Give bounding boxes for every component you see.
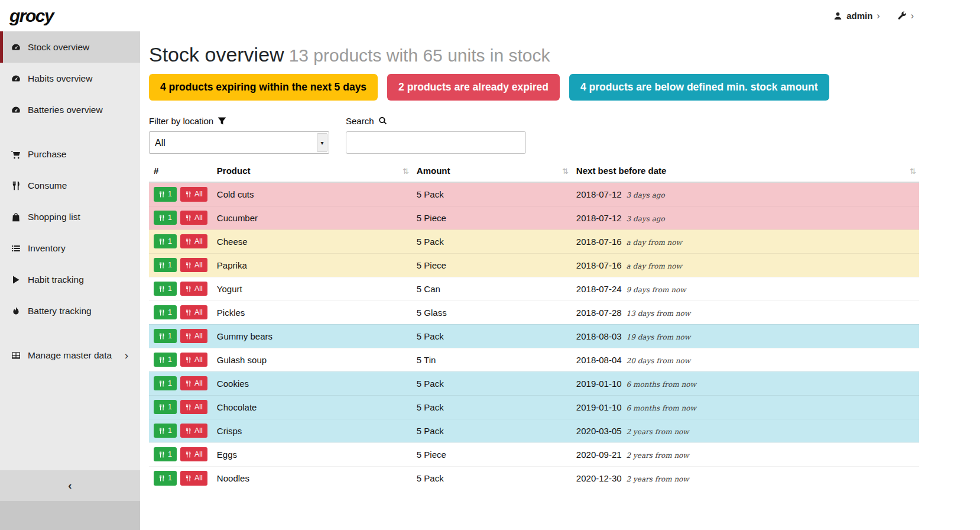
best-before-date: 2018-07-12: [576, 213, 622, 223]
location-select[interactable]: All: [150, 132, 329, 153]
sidebar-item-habit-tracking[interactable]: Habit tracking: [0, 264, 140, 295]
consume-one-button[interactable]: 1: [154, 424, 177, 438]
product-amount: 5 Piece: [412, 206, 572, 230]
search-input[interactable]: [346, 131, 526, 154]
column-header-best-before[interactable]: Next best before date ⇅: [572, 161, 919, 182]
best-before-note: 2 years from now: [627, 475, 689, 483]
consume-one-button[interactable]: 1: [154, 329, 177, 344]
sidebar-item-inventory[interactable]: Inventory: [0, 232, 140, 264]
consume-one-button[interactable]: 1: [154, 305, 177, 320]
status-badge-info[interactable]: 4 products are below defined min. stock …: [569, 74, 829, 101]
consume-one-button[interactable]: 1: [154, 234, 177, 249]
sidebar-item-manage-master-data[interactable]: Manage master data›: [0, 340, 140, 371]
consume-one-button[interactable]: 1: [154, 447, 177, 462]
row-button-label: All: [194, 474, 203, 482]
person-icon: [833, 11, 842, 20]
product-amount: 5 Tin: [412, 348, 572, 371]
best-before-note: 9 days from now: [627, 286, 686, 294]
user-menu[interactable]: admin ›: [833, 11, 880, 21]
sidebar-item-purchase[interactable]: Purchase: [0, 138, 140, 170]
consume-one-button[interactable]: 1: [154, 282, 177, 296]
search-icon: [378, 117, 387, 125]
consume-all-button[interactable]: All: [180, 400, 207, 415]
consume-all-button[interactable]: All: [180, 234, 207, 249]
sidebar-item-stock-overview[interactable]: Stock overview: [0, 31, 140, 63]
sidebar-item-habits-overview[interactable]: Habits overview: [0, 63, 140, 94]
sidebar-collapse-button[interactable]: ‹: [0, 470, 140, 501]
consume-one-button[interactable]: 1: [154, 187, 177, 202]
utensils-icon: [185, 380, 192, 387]
table-row: 1AllPaprika5 Piece2018-07-16a day from n…: [149, 253, 919, 277]
row-actions: 1All: [154, 471, 207, 486]
bag-icon: [10, 212, 21, 222]
column-header-amount[interactable]: Amount ⇅: [412, 161, 572, 182]
consume-all-button[interactable]: All: [180, 471, 207, 486]
best-before-note: 3 days ago: [627, 215, 665, 223]
utensils-icon: [185, 309, 192, 316]
product-amount: 5 Can: [412, 277, 572, 300]
consume-one-button[interactable]: 1: [154, 353, 177, 367]
product-amount: 5 Piece: [412, 442, 572, 466]
sort-icon[interactable]: ⇅: [910, 167, 916, 176]
consume-all-button[interactable]: All: [180, 211, 207, 225]
row-actions: 1All: [154, 447, 207, 462]
column-header-product[interactable]: Product ⇅: [212, 161, 412, 182]
consume-one-button[interactable]: 1: [154, 471, 177, 486]
consume-all-button[interactable]: All: [180, 329, 207, 344]
status-badge-warning[interactable]: 4 products expiring within the next 5 da…: [149, 74, 378, 101]
row-button-label: 1: [168, 474, 172, 482]
consume-one-button[interactable]: 1: [154, 211, 177, 225]
product-name: Pickles: [212, 300, 412, 324]
sort-icon[interactable]: ⇅: [562, 167, 569, 176]
table-row: 1AllCucumber5 Piece2018-07-123 days ago: [149, 206, 919, 230]
sidebar-item-consume[interactable]: Consume: [0, 170, 140, 201]
main-content: Stock overview13 products with 65 units …: [140, 31, 980, 530]
best-before-cell: 2019-01-106 months from now: [572, 395, 919, 419]
sidebar-item-battery-tracking[interactable]: Battery tracking: [0, 295, 140, 327]
product-name: Noodles: [212, 466, 412, 490]
top-header: grocy admin › ›: [0, 0, 980, 31]
utensils-icon: [185, 191, 192, 198]
consume-all-button[interactable]: All: [180, 424, 207, 438]
sidebar-spacer: [0, 327, 140, 340]
row-button-label: All: [194, 238, 203, 245]
product-amount: 5 Glass: [412, 300, 572, 324]
flame-icon: [10, 306, 21, 316]
best-before-note: 6 months from now: [627, 380, 696, 389]
table-row: 1AllCrisps5 Pack2020-03-052 years from n…: [149, 419, 919, 442]
row-button-label: 1: [168, 356, 172, 364]
consume-one-button[interactable]: 1: [154, 376, 177, 391]
column-header-number-text: #: [154, 166, 158, 176]
best-before-date: 2019-01-10: [576, 402, 622, 412]
consume-one-button[interactable]: 1: [154, 400, 177, 415]
status-badge-danger[interactable]: 2 products are already expired: [387, 74, 560, 101]
consume-all-button[interactable]: All: [180, 305, 207, 320]
consume-all-button[interactable]: All: [180, 187, 207, 202]
consume-all-button[interactable]: All: [180, 353, 207, 367]
consume-all-button[interactable]: All: [180, 447, 207, 462]
search-group: Search: [346, 116, 526, 154]
sort-icon[interactable]: ⇅: [403, 167, 409, 176]
product-name: Yogurt: [212, 277, 412, 300]
product-name: Cheese: [212, 230, 412, 253]
consume-all-button[interactable]: All: [180, 282, 207, 296]
sidebar-item-label: Inventory: [28, 243, 66, 254]
search-label-text: Search: [346, 116, 374, 126]
location-select-wrap: All: [149, 131, 329, 154]
user-name: admin: [846, 11, 872, 21]
best-before-date: 2018-07-24: [576, 284, 622, 294]
consume-all-button[interactable]: All: [180, 258, 207, 273]
filter-icon: [218, 117, 226, 125]
product-name: Gulash soup: [212, 348, 412, 371]
consume-all-button[interactable]: All: [180, 376, 207, 391]
sidebar-item-label: Habits overview: [28, 73, 92, 84]
sidebar-item-batteries-overview[interactable]: Batteries overview: [0, 94, 140, 125]
sidebar-item-shopping-list[interactable]: Shopping list: [0, 201, 140, 232]
consume-one-button[interactable]: 1: [154, 258, 177, 273]
best-before-cell: 2018-08-0420 days from now: [572, 348, 919, 371]
product-name: Gummy bears: [212, 324, 412, 348]
sidebar-item-label: Battery tracking: [28, 306, 92, 316]
app-logo[interactable]: grocy: [9, 6, 53, 26]
settings-menu[interactable]: ›: [898, 11, 914, 21]
product-name: Chocolate: [212, 395, 412, 419]
